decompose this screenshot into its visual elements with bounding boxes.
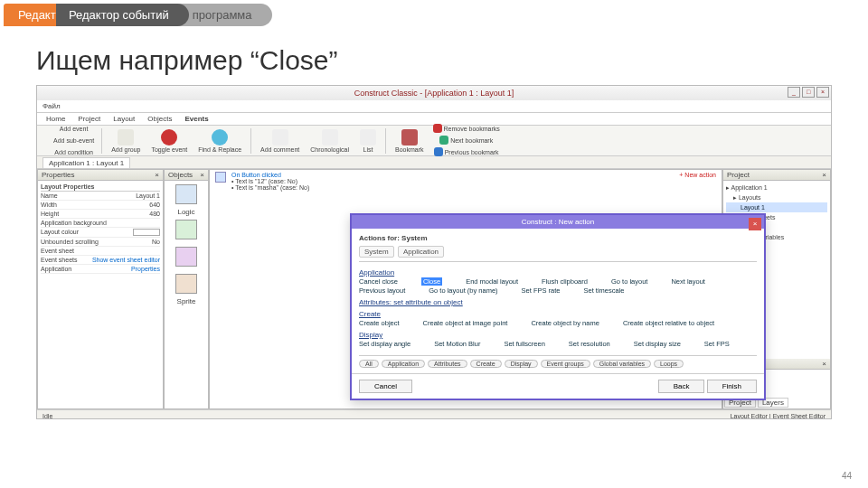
prop-row[interactable]: Event sheetsShow event sheet editor — [41, 256, 160, 265]
ribbon-remove-bookmarks[interactable]: Remove bookmarks — [431, 123, 502, 135]
filter-button[interactable]: Display — [505, 360, 538, 368]
action-category: Application — [359, 268, 757, 277]
properties-title: Properties — [42, 171, 74, 179]
ribbon-add-event[interactable]: Add event — [41, 123, 96, 135]
object-item[interactable] — [175, 220, 197, 239]
event-row[interactable]: On Button clicked • Text is "12" (case: … — [210, 170, 722, 192]
ribbon-prev-bookmark[interactable]: Previous bookmark — [431, 146, 502, 158]
action-item[interactable]: Set timescale — [584, 286, 625, 295]
action-item[interactable]: Set FPS — [704, 340, 730, 348]
action-item[interactable]: Cancel close — [359, 277, 398, 286]
slide-tabs: Редактор Редактор событий программа — [0, 0, 868, 29]
prop-row[interactable]: ApplicationProperties — [41, 265, 160, 274]
filter-button[interactable]: Application — [382, 360, 425, 368]
action-item[interactable]: Next layout — [671, 277, 705, 286]
ribbon-next-bookmark[interactable]: Next bookmark — [431, 135, 502, 146]
object-item[interactable] — [175, 247, 197, 267]
tree-item[interactable]: ▸ Application 1 — [726, 183, 827, 192]
ribbon-bookmark[interactable]: Bookmark — [392, 127, 428, 155]
status-tab[interactable]: Event Sheet Editor — [773, 413, 826, 419]
search-icon — [212, 129, 228, 145]
action-item[interactable]: Set FPS rate — [522, 286, 561, 295]
ribbon-list[interactable]: List — [356, 127, 380, 155]
objects-title: Objects — [168, 171, 193, 179]
window-minimize[interactable]: _ — [788, 87, 800, 98]
remove-bookmark-icon — [433, 124, 442, 133]
action-item[interactable]: Go to layout (by name) — [429, 286, 497, 295]
filter-button[interactable]: Global variables — [593, 360, 651, 368]
panel-close-icon[interactable]: × — [200, 171, 204, 179]
screenshot: Construct Classic - [Application 1 : Lay… — [36, 85, 832, 419]
ribbon-find-replace[interactable]: Find & Replace — [194, 127, 245, 155]
prop-row[interactable]: NameLayout 1 — [41, 192, 160, 201]
action-item[interactable]: Previous layout — [359, 286, 405, 295]
menubar: Файл — [37, 100, 831, 113]
action-item[interactable]: Flush clipboard — [542, 277, 588, 286]
object-item[interactable] — [175, 184, 197, 204]
filter-button[interactable]: Loops — [654, 360, 684, 368]
status-tab[interactable]: Layout Editor — [731, 413, 768, 419]
ribbon-chronological[interactable]: Chronological — [307, 127, 353, 155]
ribbon-tab-home[interactable]: Home — [46, 115, 65, 123]
action-item[interactable]: Set display size — [634, 340, 681, 348]
action-item[interactable]: Create object by name — [531, 319, 599, 327]
group-icon — [118, 129, 134, 145]
ribbon-add-subevent[interactable]: Add sub-event — [41, 135, 96, 146]
action-item[interactable]: Set fullscreen — [504, 340, 544, 348]
event-action[interactable]: • Text is "masha" (case: No) — [231, 184, 309, 191]
ribbon-add-group[interactable]: Add group — [108, 127, 144, 155]
prop-row[interactable]: Height480 — [41, 210, 160, 219]
ribbon-tab-project[interactable]: Project — [78, 115, 100, 123]
ribbon-label: Bookmark — [395, 146, 424, 153]
prop-row[interactable]: Layout colour — [41, 228, 160, 238]
filter-button[interactable]: All — [359, 360, 379, 368]
event-condition[interactable]: On Button clicked — [231, 172, 309, 178]
back-button[interactable]: Back — [658, 380, 705, 393]
object-item[interactable] — [175, 274, 197, 294]
new-action-link[interactable]: + New action — [679, 172, 716, 178]
tree-item-selected[interactable]: Layout 1 — [726, 202, 827, 212]
prop-row[interactable]: Application background — [41, 219, 160, 228]
ribbon-label: Add condition — [54, 149, 92, 155]
tree-item[interactable]: ▸ Layouts — [726, 192, 827, 202]
filter-button[interactable]: Attributes — [428, 360, 467, 368]
action-item[interactable]: Create object at image point — [423, 319, 508, 327]
slide-tab-event-editor[interactable]: Редактор событий — [56, 4, 189, 26]
event-action[interactable]: • Text is "12" (case: No) — [231, 178, 309, 184]
prop-row[interactable]: Width640 — [41, 201, 160, 210]
action-item[interactable]: Set display angle — [359, 340, 410, 348]
dialog-close-button[interactable]: × — [749, 218, 761, 230]
crumb-application[interactable]: Application — [398, 246, 444, 258]
action-item[interactable]: Set Motion Blur — [434, 340, 480, 348]
prop-row[interactable]: Unbounded scrollingNo — [41, 238, 160, 247]
ribbon-tab-events[interactable]: Events — [184, 115, 208, 123]
action-category: Display — [359, 331, 757, 339]
action-list: Create object Create object at image poi… — [359, 319, 757, 327]
ribbon-tab-objects[interactable]: Objects — [147, 115, 172, 123]
panel-close-icon[interactable]: × — [822, 171, 826, 179]
ribbon-toggle-event[interactable]: Toggle event — [147, 127, 191, 155]
menu-file[interactable]: Файл — [42, 102, 61, 110]
cancel-button[interactable]: Cancel — [359, 380, 412, 393]
filter-button[interactable]: Create — [470, 360, 502, 368]
document-tab[interactable]: Application 1 : Layout 1 — [42, 157, 130, 168]
action-item-selected[interactable]: Close — [421, 277, 442, 286]
crumb-system[interactable]: System — [359, 246, 394, 258]
ribbon-tab-layout[interactable]: Layout — [113, 115, 135, 123]
ribbon-label: Add group — [111, 146, 140, 153]
app-titlebar: Construct Classic - [Application 1 : Lay… — [37, 86, 831, 100]
action-item[interactable]: Create object — [359, 319, 400, 327]
prop-row[interactable]: Event sheet — [41, 247, 160, 256]
filter-button[interactable]: Event groups — [541, 360, 590, 368]
ribbon-add-comment[interactable]: Add comment — [257, 127, 303, 155]
slide-number: 44 — [842, 471, 852, 481]
finish-button[interactable]: Finish — [707, 380, 757, 393]
panel-close-icon[interactable]: × — [822, 360, 826, 368]
action-item[interactable]: Create object relative to object — [623, 319, 714, 327]
panel-close-icon[interactable]: × — [155, 171, 159, 179]
window-maximize[interactable]: □ — [802, 87, 815, 98]
window-close[interactable]: × — [816, 87, 829, 98]
action-item[interactable]: Set resolution — [569, 340, 610, 348]
action-item[interactable]: Go to layout — [611, 277, 647, 286]
action-item[interactable]: End modal layout — [466, 277, 518, 286]
